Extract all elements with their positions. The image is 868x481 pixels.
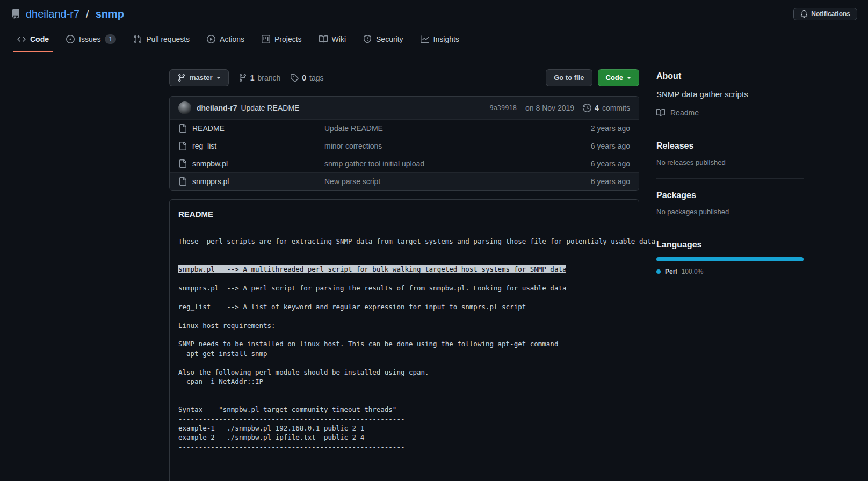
readme-line: Also the following perl module should be…	[178, 368, 630, 377]
languages-title: Languages	[656, 240, 804, 250]
commit-sha-link[interactable]: 9a39918	[489, 104, 517, 112]
commit-meta: 9a39918 on 8 Nov 2019 4 commits	[489, 104, 630, 112]
languages-section: Languages Perl 100.0%	[656, 228, 804, 287]
chevron-down-icon	[216, 77, 221, 79]
breadcrumb: dheiland-r7 / snmp	[11, 8, 124, 20]
readme-line: example-2 ./snmpbw.pl ipfile.txt public …	[178, 433, 630, 442]
repo-name-link[interactable]: snmp	[96, 8, 124, 20]
file-name-link[interactable]: snmpbw.pl	[192, 159, 324, 168]
commit-count-word: commits	[602, 104, 630, 112]
table-row: README Update README 2 years ago	[170, 119, 639, 137]
commit-count: 4	[595, 104, 599, 112]
tab-insights[interactable]: Insights	[412, 29, 468, 52]
packages-empty-text: No packages published	[656, 208, 804, 216]
repo-owner-link[interactable]: dheiland-r7	[26, 8, 79, 20]
git-pull-request-icon	[133, 35, 142, 43]
go-to-file-button[interactable]: Go to file	[546, 69, 592, 86]
file-icon	[178, 124, 187, 133]
about-section: About SNMP data gather scripts Readme	[656, 69, 804, 129]
repo-icon	[11, 9, 20, 19]
branch-count: 1	[250, 74, 255, 82]
readme-content: These perl scripts are for extracting SN…	[178, 237, 630, 451]
file-name-link[interactable]: snmpprs.pl	[192, 177, 324, 186]
chevron-down-icon	[627, 77, 631, 79]
file-age: 6 years ago	[560, 159, 630, 168]
tab-label: Insights	[433, 35, 459, 43]
commit-history-link[interactable]: 4 commits	[583, 104, 630, 112]
sidebar: About SNMP data gather scripts Readme Re…	[656, 69, 804, 287]
readme-line	[178, 274, 630, 283]
project-icon	[262, 35, 270, 43]
readme-line: snmpprs.pl --> A perl script for parsing…	[178, 283, 630, 293]
commit-date: on 8 Nov 2019	[525, 104, 574, 112]
notifications-button[interactable]: Notifications	[793, 8, 857, 20]
page-header: dheiland-r7 / snmp Notifications	[0, 0, 868, 26]
language-dot-icon	[656, 269, 661, 274]
language-percent: 100.0%	[682, 268, 704, 275]
content-layout: master 1 branch 0	[0, 52, 868, 481]
readme-line	[178, 246, 630, 255]
readme-line: Syntax "snmpbw.pl target community timeo…	[178, 405, 630, 414]
readme-line: apt-get install snmp	[178, 349, 630, 358]
file-commit-message-link[interactable]: Update README	[324, 124, 560, 133]
readme-line: SNMP needs to be installed on linux host…	[178, 339, 630, 348]
tab-code[interactable]: Code	[9, 29, 57, 52]
avatar[interactable]	[178, 101, 191, 114]
table-row: reg_list minor corrections 6 years ago	[170, 137, 639, 155]
readme-line	[178, 293, 630, 302]
ref-info: 1 branch 0 tags	[238, 74, 324, 82]
file-list-box: dheiland-r7 Update README 9a39918 on 8 N…	[169, 96, 639, 191]
file-age: 6 years ago	[560, 142, 630, 150]
tags-link[interactable]: 0 tags	[290, 74, 323, 82]
graph-icon	[421, 35, 429, 43]
tab-wiki[interactable]: Wiki	[310, 29, 355, 52]
readme-line: reg_list --> A list of keyword and regul…	[178, 302, 630, 311]
commit-message-link[interactable]: Update README	[241, 104, 299, 112]
language-name: Perl	[665, 268, 677, 275]
file-age: 2 years ago	[560, 124, 630, 133]
readme-line: Linux host requirements:	[178, 321, 630, 330]
tab-label: Pull requests	[146, 35, 190, 43]
tag-count: 0	[302, 74, 306, 82]
readme-box: README These perl scripts are for extrac…	[169, 199, 639, 481]
file-commit-message-link[interactable]: New parse script	[324, 177, 560, 186]
git-branch-icon	[177, 74, 186, 82]
code-button-label: Code	[606, 73, 624, 83]
about-title: About	[656, 71, 804, 81]
code-download-button[interactable]: Code	[598, 69, 640, 86]
tab-security[interactable]: Security	[355, 29, 412, 52]
tab-pull-requests[interactable]: Pull requests	[125, 29, 198, 52]
tab-label: Issues	[79, 35, 100, 43]
tab-label: Actions	[220, 35, 244, 43]
code-icon	[17, 35, 26, 43]
file-name-link[interactable]: README	[192, 124, 324, 133]
bell-icon	[800, 10, 808, 18]
tag-icon	[290, 74, 299, 82]
repo-description: SNMP data gather scripts	[656, 89, 804, 100]
branch-toolbar: master 1 branch 0	[169, 69, 639, 86]
readme-link-label: Readme	[670, 108, 699, 117]
file-name-link[interactable]: reg_list	[192, 142, 324, 150]
readme-line: ----------------------------------------…	[178, 442, 630, 451]
file-commit-message-link[interactable]: snmp gather tool initial upload	[324, 159, 560, 168]
file-icon	[178, 142, 187, 150]
commit-author-link[interactable]: dheiland-r7	[197, 104, 237, 112]
tab-issues[interactable]: Issues 1	[57, 29, 125, 52]
file-commit-message-link[interactable]: minor corrections	[324, 142, 560, 150]
readme-line: cpan -i NetAddr::IP	[178, 377, 630, 386]
file-age: 6 years ago	[560, 177, 630, 186]
language-item-perl[interactable]: Perl 100.0%	[656, 268, 804, 275]
tab-actions[interactable]: Actions	[198, 29, 253, 52]
tab-projects[interactable]: Projects	[253, 29, 310, 52]
readme-line	[178, 386, 630, 395]
readme-title: README	[178, 209, 630, 218]
branch-selector-button[interactable]: master	[169, 69, 229, 86]
readme-line	[178, 396, 630, 405]
git-branch-icon	[238, 74, 247, 82]
repo-nav: Code Issues 1 Pull requests Actions Pr	[0, 29, 868, 52]
readme-link[interactable]: Readme	[656, 108, 804, 117]
shield-icon	[363, 35, 372, 43]
github-repo-page: dheiland-r7 / snmp Notifications Code Is…	[0, 0, 868, 481]
branches-link[interactable]: 1 branch	[238, 74, 281, 82]
issue-opened-icon	[66, 35, 75, 43]
